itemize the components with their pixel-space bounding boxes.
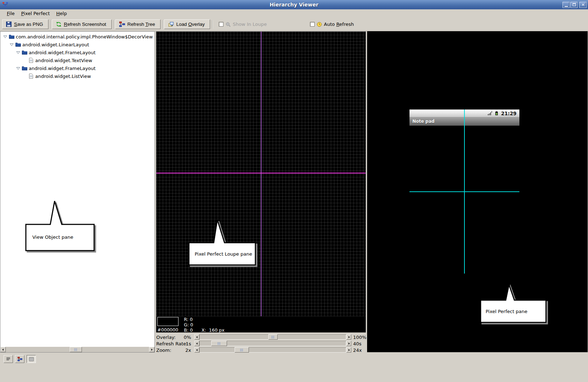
slider-left-arrow[interactable] <box>194 341 199 346</box>
view-mode-tree-button[interactable] <box>15 355 24 363</box>
loupe-info-bar: #000000 R: 0 G: 0 B: 0 X: 160 px Y: 240 … <box>156 316 366 332</box>
folder-icon <box>15 42 21 47</box>
tree-item-listview[interactable]: android.widget.ListView <box>0 72 154 80</box>
refresh-rate-slider[interactable] <box>194 341 351 346</box>
slider-thumb[interactable] <box>268 334 278 340</box>
device-app-title: Note pad <box>412 119 435 124</box>
status-bar-clock: 21:29 <box>501 111 517 116</box>
checkbox-label: Auto Refresh <box>324 22 354 27</box>
close-icon <box>581 3 584 7</box>
tree-item-label: android.widget.LinearLayout <box>21 42 89 47</box>
clock-icon <box>317 22 322 27</box>
pixel-perfect-pane[interactable]: 21:29 Note pad <box>367 31 588 352</box>
menu-pixel-perfect[interactable]: Pixel Perfect <box>18 10 53 17</box>
folder-icon <box>21 50 28 55</box>
button-label: Load Overlay <box>176 22 205 27</box>
view-object-callout-label: View Object pane <box>32 234 90 240</box>
title-bar[interactable]: Hierarchy Viewer <box>0 0 588 9</box>
refresh-screenshot-button[interactable]: Refresh Screenshot <box>52 19 112 29</box>
document-icon <box>28 58 34 63</box>
close-button[interactable] <box>579 2 587 8</box>
slider-right-arrow[interactable] <box>346 341 351 346</box>
folder-icon <box>21 66 28 70</box>
slider-left-arrow[interactable] <box>194 347 199 353</box>
menu-bar: File Pixel Perfect Help <box>0 9 588 18</box>
tree-item-framelayout-2[interactable]: android.widget.FrameLayout <box>0 64 154 72</box>
maximize-button[interactable] <box>570 2 578 8</box>
tree-icon <box>119 22 125 27</box>
slider-left-arrow[interactable] <box>194 334 199 340</box>
expander-icon[interactable] <box>2 35 8 38</box>
checkbox-box[interactable] <box>219 22 223 27</box>
save-icon <box>6 22 11 27</box>
tree-item-framelayout-1[interactable]: android.widget.FrameLayout <box>0 48 154 56</box>
loupe-icon <box>226 22 231 27</box>
slider-right-arrow[interactable] <box>346 347 351 353</box>
save-as-png-button[interactable]: Save as PNG <box>2 19 48 29</box>
loupe-crosshair-horizontal <box>156 173 366 173</box>
red-value: R: 0 <box>184 317 193 322</box>
overlay-label: Overlay: <box>156 335 176 340</box>
signal-icon <box>487 111 492 116</box>
zoom-slider[interactable] <box>194 347 351 353</box>
expander-icon[interactable] <box>8 43 15 46</box>
toolbar-separator <box>114 20 114 29</box>
pixel-perfect-callout-shape <box>478 283 549 325</box>
tree-item-label: android.widget.FrameLayout <box>28 66 96 71</box>
button-label: Refresh Screenshot <box>64 22 106 27</box>
maximize-icon <box>573 3 576 6</box>
thumb-grip <box>218 342 221 345</box>
view-object-callout-shape <box>24 199 98 253</box>
slider-thumb[interactable] <box>211 341 227 346</box>
expander-icon[interactable] <box>15 66 21 70</box>
load-overlay-button[interactable]: Load Overlay <box>164 19 210 29</box>
slider-track[interactable] <box>199 341 346 346</box>
button-label: Save as PNG <box>14 22 43 27</box>
app-icon <box>2 2 9 8</box>
tree-item-decorview[interactable]: com.android.internal.policy.impl.PhoneWi… <box>0 33 154 41</box>
overlay-slider[interactable] <box>194 334 351 340</box>
scroll-right-arrow[interactable] <box>149 347 154 352</box>
scrollbar-thumb[interactable] <box>70 347 82 352</box>
scrollbar-track[interactable] <box>6 347 149 352</box>
tree-item-textview[interactable]: android.widget.TextView <box>0 56 154 64</box>
bottom-bar <box>0 353 588 382</box>
green-value: G: 0 <box>184 322 193 327</box>
tree-horizontal-scrollbar[interactable] <box>0 347 154 352</box>
zoom-min-value: 2x <box>178 348 191 353</box>
grid-view-icon <box>29 357 34 361</box>
refresh-tree-button[interactable]: Refresh Tree <box>115 19 161 29</box>
auto-refresh-checkbox[interactable]: Auto Refresh <box>310 22 354 27</box>
color-swatch <box>157 317 179 326</box>
loupe-crosshair-vertical <box>261 32 261 316</box>
show-in-loupe-checkbox[interactable]: Show In Loupe <box>219 22 267 27</box>
view-mode-list-button[interactable] <box>4 355 13 363</box>
folder-icon <box>8 34 15 39</box>
zoom-label: Zoom: <box>156 348 171 353</box>
checkbox-box[interactable] <box>310 22 315 27</box>
window-title: Hierarchy Viewer <box>0 2 588 8</box>
thumb-grip <box>240 349 243 351</box>
loupe-grid[interactable] <box>156 31 366 316</box>
slider-thumb[interactable] <box>235 347 249 353</box>
minimize-icon <box>565 6 568 7</box>
menu-help[interactable]: Help <box>53 10 70 17</box>
menu-file[interactable]: File <box>4 10 18 17</box>
document-icon <box>28 74 34 79</box>
color-hex-value: #000000 <box>157 327 178 332</box>
refresh-rate-max-value: 40s <box>353 341 361 346</box>
slider-track[interactable] <box>199 347 346 353</box>
expander-icon[interactable] <box>15 51 21 54</box>
toolbar-separator <box>212 20 213 29</box>
minimize-button[interactable] <box>562 2 570 8</box>
tree-item-linearlayout[interactable]: android.widget.LinearLayout <box>0 41 154 48</box>
loupe-controls: Overlay: 0% 100% Refresh Rate: 1s <box>156 332 366 353</box>
loupe-callout-label: Pixel Perfect Loupe pane <box>195 251 256 257</box>
slider-right-arrow[interactable] <box>346 334 351 340</box>
scroll-left-arrow[interactable] <box>0 347 6 352</box>
view-mode-grid-button[interactable] <box>27 355 36 363</box>
hierarchy-viewer-window: Hierarchy Viewer File Pixel Perfect Help… <box>0 0 588 382</box>
tree-view-icon <box>18 357 22 361</box>
slider-track[interactable] <box>199 334 346 340</box>
pixel-perfect-crosshair-horizontal <box>409 191 519 192</box>
